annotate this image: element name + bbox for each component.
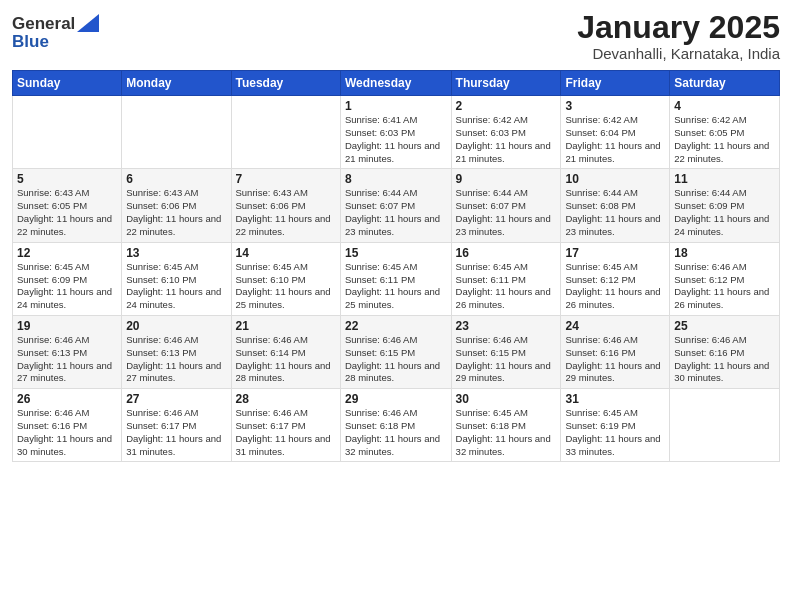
day-number: 24 [565,319,665,333]
location: Devanhalli, Karnataka, India [577,45,780,62]
calendar-cell: 30Sunrise: 6:45 AM Sunset: 6:18 PM Dayli… [451,389,561,462]
calendar-week-row: 5Sunrise: 6:43 AM Sunset: 6:05 PM Daylig… [13,169,780,242]
day-info: Sunrise: 6:45 AM Sunset: 6:10 PM Dayligh… [126,261,226,312]
day-info: Sunrise: 6:46 AM Sunset: 6:15 PM Dayligh… [456,334,557,385]
day-number: 7 [236,172,336,186]
calendar-cell: 24Sunrise: 6:46 AM Sunset: 6:16 PM Dayli… [561,315,670,388]
day-info: Sunrise: 6:42 AM Sunset: 6:03 PM Dayligh… [456,114,557,165]
day-number: 23 [456,319,557,333]
day-info: Sunrise: 6:43 AM Sunset: 6:05 PM Dayligh… [17,187,117,238]
day-number: 21 [236,319,336,333]
day-number: 31 [565,392,665,406]
calendar-cell: 21Sunrise: 6:46 AM Sunset: 6:14 PM Dayli… [231,315,340,388]
day-info: Sunrise: 6:45 AM Sunset: 6:18 PM Dayligh… [456,407,557,458]
calendar-cell: 6Sunrise: 6:43 AM Sunset: 6:06 PM Daylig… [122,169,231,242]
day-info: Sunrise: 6:43 AM Sunset: 6:06 PM Dayligh… [126,187,226,238]
calendar-cell [670,389,780,462]
calendar-cell: 29Sunrise: 6:46 AM Sunset: 6:18 PM Dayli… [340,389,451,462]
day-info: Sunrise: 6:46 AM Sunset: 6:12 PM Dayligh… [674,261,775,312]
day-info: Sunrise: 6:44 AM Sunset: 6:07 PM Dayligh… [345,187,447,238]
day-info: Sunrise: 6:45 AM Sunset: 6:11 PM Dayligh… [345,261,447,312]
calendar-cell: 22Sunrise: 6:46 AM Sunset: 6:15 PM Dayli… [340,315,451,388]
calendar-cell: 4Sunrise: 6:42 AM Sunset: 6:05 PM Daylig… [670,96,780,169]
calendar-cell: 20Sunrise: 6:46 AM Sunset: 6:13 PM Dayli… [122,315,231,388]
day-info: Sunrise: 6:46 AM Sunset: 6:16 PM Dayligh… [17,407,117,458]
weekday-header: Wednesday [340,71,451,96]
calendar-cell: 27Sunrise: 6:46 AM Sunset: 6:17 PM Dayli… [122,389,231,462]
logo-general: General [12,14,75,34]
day-number: 17 [565,246,665,260]
calendar-cell: 1Sunrise: 6:41 AM Sunset: 6:03 PM Daylig… [340,96,451,169]
day-number: 5 [17,172,117,186]
month-title: January 2025 [577,10,780,45]
calendar-header-row: SundayMondayTuesdayWednesdayThursdayFrid… [13,71,780,96]
day-number: 12 [17,246,117,260]
day-number: 29 [345,392,447,406]
calendar-cell [13,96,122,169]
day-number: 10 [565,172,665,186]
calendar-table: SundayMondayTuesdayWednesdayThursdayFrid… [12,70,780,462]
day-number: 20 [126,319,226,333]
weekday-header: Thursday [451,71,561,96]
day-number: 18 [674,246,775,260]
calendar-cell: 19Sunrise: 6:46 AM Sunset: 6:13 PM Dayli… [13,315,122,388]
calendar-cell: 11Sunrise: 6:44 AM Sunset: 6:09 PM Dayli… [670,169,780,242]
calendar-cell: 10Sunrise: 6:44 AM Sunset: 6:08 PM Dayli… [561,169,670,242]
day-info: Sunrise: 6:46 AM Sunset: 6:16 PM Dayligh… [565,334,665,385]
day-number: 14 [236,246,336,260]
day-info: Sunrise: 6:46 AM Sunset: 6:13 PM Dayligh… [126,334,226,385]
day-number: 8 [345,172,447,186]
day-info: Sunrise: 6:46 AM Sunset: 6:15 PM Dayligh… [345,334,447,385]
logo-icon [77,14,99,32]
weekday-header: Sunday [13,71,122,96]
calendar-week-row: 19Sunrise: 6:46 AM Sunset: 6:13 PM Dayli… [13,315,780,388]
weekday-header: Monday [122,71,231,96]
calendar-week-row: 26Sunrise: 6:46 AM Sunset: 6:16 PM Dayli… [13,389,780,462]
calendar-cell: 23Sunrise: 6:46 AM Sunset: 6:15 PM Dayli… [451,315,561,388]
calendar-cell: 14Sunrise: 6:45 AM Sunset: 6:10 PM Dayli… [231,242,340,315]
day-info: Sunrise: 6:44 AM Sunset: 6:09 PM Dayligh… [674,187,775,238]
day-info: Sunrise: 6:46 AM Sunset: 6:16 PM Dayligh… [674,334,775,385]
day-info: Sunrise: 6:41 AM Sunset: 6:03 PM Dayligh… [345,114,447,165]
day-info: Sunrise: 6:46 AM Sunset: 6:17 PM Dayligh… [236,407,336,458]
day-info: Sunrise: 6:46 AM Sunset: 6:18 PM Dayligh… [345,407,447,458]
calendar-cell: 9Sunrise: 6:44 AM Sunset: 6:07 PM Daylig… [451,169,561,242]
calendar-cell: 31Sunrise: 6:45 AM Sunset: 6:19 PM Dayli… [561,389,670,462]
day-number: 26 [17,392,117,406]
day-number: 11 [674,172,775,186]
page-container: General Blue January 2025 Devanhalli, Ka… [0,0,792,470]
title-block: January 2025 Devanhalli, Karnataka, Indi… [577,10,780,62]
calendar-week-row: 1Sunrise: 6:41 AM Sunset: 6:03 PM Daylig… [13,96,780,169]
day-number: 1 [345,99,447,113]
day-info: Sunrise: 6:45 AM Sunset: 6:12 PM Dayligh… [565,261,665,312]
day-info: Sunrise: 6:43 AM Sunset: 6:06 PM Dayligh… [236,187,336,238]
calendar-cell: 28Sunrise: 6:46 AM Sunset: 6:17 PM Dayli… [231,389,340,462]
day-info: Sunrise: 6:46 AM Sunset: 6:13 PM Dayligh… [17,334,117,385]
logo: General Blue [12,14,99,52]
day-number: 2 [456,99,557,113]
day-info: Sunrise: 6:45 AM Sunset: 6:11 PM Dayligh… [456,261,557,312]
day-number: 6 [126,172,226,186]
day-info: Sunrise: 6:42 AM Sunset: 6:05 PM Dayligh… [674,114,775,165]
day-info: Sunrise: 6:42 AM Sunset: 6:04 PM Dayligh… [565,114,665,165]
day-number: 15 [345,246,447,260]
calendar-cell: 15Sunrise: 6:45 AM Sunset: 6:11 PM Dayli… [340,242,451,315]
calendar-cell: 13Sunrise: 6:45 AM Sunset: 6:10 PM Dayli… [122,242,231,315]
calendar-cell: 17Sunrise: 6:45 AM Sunset: 6:12 PM Dayli… [561,242,670,315]
day-number: 22 [345,319,447,333]
calendar-cell: 26Sunrise: 6:46 AM Sunset: 6:16 PM Dayli… [13,389,122,462]
day-number: 30 [456,392,557,406]
svg-marker-0 [77,14,99,32]
weekday-header: Tuesday [231,71,340,96]
logo-blue: Blue [12,32,99,52]
weekday-header: Saturday [670,71,780,96]
calendar-cell: 12Sunrise: 6:45 AM Sunset: 6:09 PM Dayli… [13,242,122,315]
calendar-cell: 16Sunrise: 6:45 AM Sunset: 6:11 PM Dayli… [451,242,561,315]
calendar-week-row: 12Sunrise: 6:45 AM Sunset: 6:09 PM Dayli… [13,242,780,315]
day-info: Sunrise: 6:45 AM Sunset: 6:19 PM Dayligh… [565,407,665,458]
day-number: 3 [565,99,665,113]
day-info: Sunrise: 6:44 AM Sunset: 6:08 PM Dayligh… [565,187,665,238]
day-info: Sunrise: 6:46 AM Sunset: 6:17 PM Dayligh… [126,407,226,458]
calendar-cell [122,96,231,169]
calendar-cell [231,96,340,169]
